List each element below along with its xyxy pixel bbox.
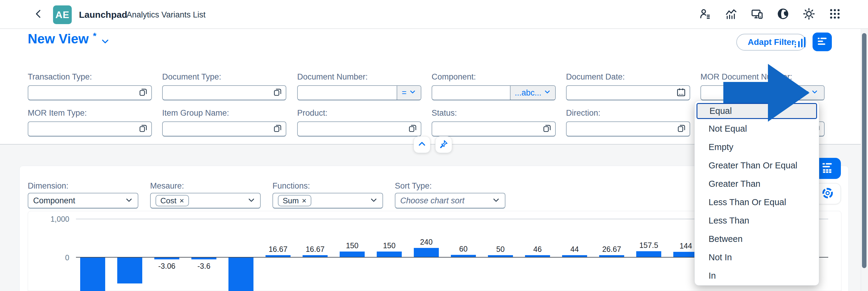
filter-field-product-input[interactable]: [297, 121, 421, 136]
operator-option-in[interactable]: In: [695, 267, 819, 285]
bar-8[interactable]: [340, 252, 365, 257]
filter-field-transaction-type-input[interactable]: [28, 85, 152, 100]
operator-selector-component[interactable]: ...abc...: [510, 86, 555, 100]
filter-field-component-input[interactable]: ...abc...: [432, 85, 556, 100]
value-help-icon[interactable]: [408, 124, 417, 134]
chevron-down-icon: [544, 88, 551, 98]
theme-button[interactable]: [802, 8, 815, 21]
measure-multiselect[interactable]: Cost×: [150, 193, 261, 208]
bar-5[interactable]: [228, 257, 253, 291]
operator-value: =: [402, 88, 407, 98]
analytics-button[interactable]: [724, 8, 738, 21]
bar-15[interactable]: [599, 255, 624, 257]
list-layout-icon: [816, 36, 828, 47]
vertical-scrollbar-thumb[interactable]: [862, 33, 867, 268]
chevron-down-icon: [492, 196, 500, 205]
token-remove-icon[interactable]: ×: [302, 196, 306, 205]
bar-2[interactable]: [117, 257, 142, 284]
operator-option-not-in[interactable]: Not In: [695, 248, 819, 267]
operator-value: ...abc...: [515, 88, 541, 98]
globe-button[interactable]: [776, 8, 789, 21]
back-chevron-icon: [33, 9, 44, 20]
filter-label-component: Component:: [432, 72, 476, 82]
collapse-filter-bar-button[interactable]: [413, 136, 430, 153]
token-label: Cost: [160, 196, 176, 205]
functions-multiselect[interactable]: Sum×: [273, 193, 383, 208]
value-help-icon[interactable]: [542, 124, 552, 134]
bar-3[interactable]: [154, 257, 179, 259]
filter-label-status: Status:: [432, 108, 457, 118]
function-token-sum[interactable]: Sum×: [278, 195, 311, 206]
operator-option-between[interactable]: Between: [695, 230, 819, 248]
filter-field-mor-document-number-input[interactable]: =: [701, 85, 825, 100]
filter-field-mor-item-type-input[interactable]: [28, 121, 152, 136]
operator-option-less-than[interactable]: Less Than: [695, 212, 819, 230]
filter-field-direction-input[interactable]: [566, 121, 690, 136]
bar-10[interactable]: [414, 248, 439, 257]
value-help-icon[interactable]: [273, 88, 282, 98]
bar-12[interactable]: [488, 255, 513, 257]
user-activity-icon: [699, 7, 712, 22]
calendar-icon[interactable]: [676, 87, 686, 98]
filter-field-document-date-input[interactable]: [566, 85, 690, 100]
devices-icon: [750, 7, 764, 22]
filter-label-document-type: Document Type:: [162, 72, 221, 82]
user-activity-button[interactable]: [699, 8, 712, 21]
shell-toolbar: [699, 0, 841, 29]
bar-6[interactable]: [266, 255, 290, 257]
operator-option-equal[interactable]: Equal: [696, 103, 817, 119]
measure-token-cost[interactable]: Cost×: [156, 195, 189, 206]
pin-filter-bar-button[interactable]: [435, 136, 452, 153]
app-logo-initials: AE: [56, 9, 69, 21]
bar-11[interactable]: [451, 255, 476, 257]
operator-option-greater-than-or-equal[interactable]: Greater Than Or Equal: [695, 156, 819, 175]
chevron-down-icon: [247, 196, 255, 205]
operator-option-greater-than[interactable]: Greater Than: [695, 175, 819, 193]
bar-13[interactable]: [525, 255, 550, 257]
chart-table-icon: [821, 162, 834, 175]
sort-type-select[interactable]: Choose chart sort: [395, 193, 505, 208]
filter-label-direction: Direction:: [566, 108, 600, 118]
bar-14[interactable]: [562, 255, 587, 257]
filter-field-status-input[interactable]: [432, 121, 556, 136]
bar-7[interactable]: [303, 255, 328, 257]
page-title: Analytics Variants List: [127, 10, 206, 20]
filter-label-document-number: Document Number:: [297, 72, 368, 82]
app-logo[interactable]: AE: [53, 5, 72, 24]
filter-field-document-type-input[interactable]: [162, 85, 286, 100]
bar-9[interactable]: [377, 252, 402, 257]
operator-option-less-than-or-equal[interactable]: Less Than Or Equal: [695, 193, 819, 212]
token-remove-icon[interactable]: ×: [179, 196, 184, 205]
bar-16[interactable]: [636, 251, 661, 257]
theme-icon: [802, 7, 815, 22]
value-help-icon[interactable]: [138, 124, 148, 134]
filter-field-document-number-input[interactable]: =: [297, 85, 421, 100]
token-label: Sum: [283, 196, 299, 205]
chevron-down-icon: [811, 88, 818, 98]
filter-field-item-group-name-input[interactable]: [162, 121, 286, 136]
operator-dropdown: EqualNot EqualEmptyGreater Than Or Equal…: [694, 101, 819, 286]
bar-4[interactable]: [191, 257, 216, 259]
filter-label-document-date: Document Date:: [566, 72, 625, 82]
dimension-value: Component: [33, 196, 75, 205]
operator-option-not-equal[interactable]: Not Equal: [695, 120, 819, 138]
filter-bar-view-toggle-button[interactable]: [812, 33, 832, 51]
view-selector[interactable]: New View *: [28, 31, 110, 47]
value-help-icon[interactable]: [138, 88, 148, 98]
chevron-up-icon: [417, 139, 427, 150]
value-help-icon[interactable]: [677, 124, 686, 134]
devices-button[interactable]: [750, 8, 764, 21]
value-help-icon[interactable]: [273, 124, 282, 134]
app-finder-icon: [829, 7, 841, 22]
back-button[interactable]: [31, 7, 46, 22]
chart-settings-icon[interactable]: [793, 35, 808, 50]
operator-selector-document-number[interactable]: =: [397, 86, 421, 100]
operator-selector-mor-document-number[interactable]: =: [798, 86, 824, 100]
dimension-label: Dimension:: [28, 181, 68, 191]
chevron-down-icon: [101, 37, 110, 47]
bar-1[interactable]: [80, 257, 105, 291]
app-finder-button[interactable]: [828, 8, 841, 21]
dimension-select[interactable]: Component: [28, 193, 138, 208]
measure-label: Mesaure:: [150, 181, 184, 191]
operator-option-empty[interactable]: Empty: [695, 138, 819, 156]
